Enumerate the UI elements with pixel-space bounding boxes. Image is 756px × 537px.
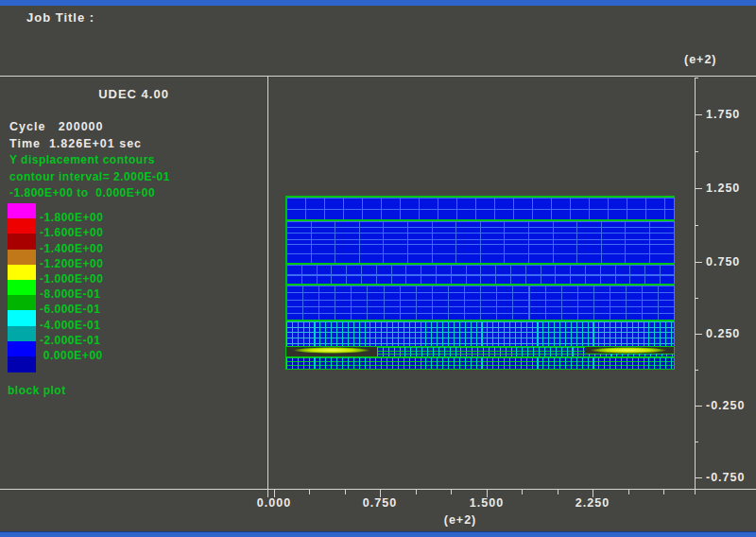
zone-grid-band	[286, 244, 674, 263]
yield-contour-lens-left	[286, 347, 377, 354]
y-major-tick	[695, 188, 702, 189]
y-tick-label: 1.250	[706, 182, 740, 195]
x-minor-tick	[345, 490, 346, 494]
excavation-seam-band	[286, 347, 674, 356]
yield-contour-lens-right	[583, 347, 674, 354]
legend-swatch	[8, 326, 36, 342]
legend-value-label: -4.000E-01	[40, 319, 100, 332]
legend-swatch	[8, 341, 36, 357]
x-minor-tick	[451, 490, 452, 494]
y-major-tick	[695, 262, 702, 263]
x-minor-tick	[416, 490, 417, 494]
zone-grid-band	[286, 198, 674, 219]
legend-swatch	[8, 356, 36, 372]
contour-legend: -1.800E+00-1.600E+00-1.400E+00-1.200E+00…	[8, 203, 197, 373]
legend-swatch	[8, 250, 36, 266]
legend-value-label: -1.600E+00	[40, 226, 103, 239]
x-minor-tick	[663, 490, 664, 494]
app-version-title: UDEC 4.00	[0, 87, 267, 101]
x-axis-unit-label: (e+2)	[444, 513, 477, 527]
y-tick-label: 0.750	[706, 255, 740, 268]
y-minor-tick	[695, 151, 698, 152]
y-axis-line	[695, 78, 696, 489]
plot-description: Y displacement contours	[9, 153, 155, 166]
x-minor-tick	[309, 490, 310, 494]
y-axis-unit-label: (e+2)	[684, 53, 717, 66]
legend-value-label: -1.800E+00	[40, 211, 103, 224]
contour-interval-text: contour interval= 2.000E-01	[9, 170, 170, 183]
x-tick-label: 1.500	[470, 496, 504, 510]
block-mesh-plot	[285, 196, 675, 370]
cycle-status: Cycle 200000	[9, 120, 104, 133]
window-bottom-edge	[0, 531, 756, 537]
legend-value-label: -8.000E-01	[40, 287, 100, 301]
x-minor-tick	[628, 490, 629, 494]
legend-value-label: -6.000E-01	[40, 303, 100, 316]
legend-swatch	[8, 295, 36, 311]
zone-grid-band	[286, 321, 674, 346]
seam-mid-grid	[377, 347, 585, 356]
legend-value-label: -1.000E+00	[40, 272, 103, 286]
x-minor-tick	[695, 490, 696, 494]
y-minor-tick	[695, 78, 698, 78]
contour-range-text: -1.800E+00 to 0.000E+00	[9, 186, 155, 199]
legend-swatch	[8, 203, 36, 219]
y-tick-label: -0.250	[706, 399, 745, 412]
legend-swatch	[8, 234, 36, 250]
x-minor-tick	[522, 490, 523, 494]
y-minor-tick	[695, 225, 698, 226]
legend-swatch	[8, 218, 36, 234]
legend-value-label: 0.000E+00	[40, 349, 103, 362]
x-tick-label: 0.750	[363, 496, 397, 510]
y-minor-tick	[695, 298, 698, 299]
job-title-label: Job Title :	[26, 10, 94, 25]
zone-grid-band	[286, 357, 674, 369]
y-tick-label: -0.750	[706, 471, 745, 484]
y-minor-tick	[695, 442, 698, 442]
x-tick-label: 0.000	[257, 496, 291, 510]
x-axis-line	[0, 489, 756, 490]
block-boundary-line	[286, 369, 674, 370]
x-edge-tick	[267, 490, 268, 497]
zone-grid-band	[286, 286, 674, 320]
legend-swatch	[8, 280, 36, 296]
x-minor-tick	[558, 490, 558, 494]
y-major-tick	[695, 114, 702, 115]
y-tick-label: 1.750	[706, 108, 740, 121]
legend-value-label: -1.200E+00	[40, 257, 103, 270]
time-status: Time 1.826E+01 sec	[9, 137, 142, 150]
legend-value-label: -1.400E+00	[40, 242, 103, 255]
plot-type-label: block plot	[8, 384, 66, 397]
legend-swatch	[8, 265, 36, 281]
y-minor-tick	[695, 370, 698, 371]
zone-grid-band	[286, 265, 674, 284]
legend-value-label: -2.000E-01	[40, 334, 100, 347]
y-major-tick	[695, 406, 702, 407]
window-top-edge	[0, 0, 756, 6]
zone-grid-band	[286, 221, 674, 244]
y-major-tick	[695, 477, 702, 478]
legend-swatch	[8, 310, 36, 326]
y-tick-label: 0.250	[706, 327, 740, 340]
y-major-tick	[695, 334, 702, 335]
x-tick-label: 2.250	[576, 496, 610, 510]
